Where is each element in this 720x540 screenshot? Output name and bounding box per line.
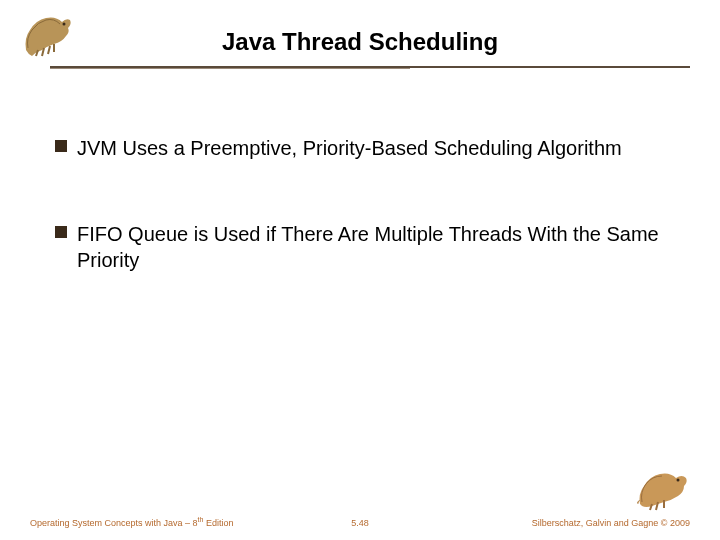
dinosaur-left-icon xyxy=(18,8,80,58)
svg-point-0 xyxy=(63,23,66,26)
slide-header: Java Thread Scheduling xyxy=(0,0,720,70)
bullet-item: JVM Uses a Preemptive, Priority-Based Sc… xyxy=(55,135,665,161)
footer-left-prefix: Operating System Concepts with Java – 8 xyxy=(30,518,198,528)
bullet-square-icon xyxy=(55,140,67,152)
footer-book-title: Operating System Concepts with Java – 8t… xyxy=(30,516,233,528)
bullet-square-icon xyxy=(55,226,67,238)
slide-title: Java Thread Scheduling xyxy=(0,0,720,56)
footer-left-suffix: Edition xyxy=(203,518,233,528)
svg-point-1 xyxy=(677,479,680,482)
bullet-text: FIFO Queue is Used if There Are Multiple… xyxy=(77,221,665,273)
header-rule-shadow xyxy=(50,68,410,69)
footer-copyright: Silberschatz, Galvin and Gagne © 2009 xyxy=(532,518,690,528)
slide-content: JVM Uses a Preemptive, Priority-Based Sc… xyxy=(0,70,720,273)
slide-footer: Operating System Concepts with Java – 8t… xyxy=(0,504,720,528)
footer-page-number: 5.48 xyxy=(351,518,369,528)
bullet-item: FIFO Queue is Used if There Are Multiple… xyxy=(55,221,665,273)
bullet-text: JVM Uses a Preemptive, Priority-Based Sc… xyxy=(77,135,622,161)
